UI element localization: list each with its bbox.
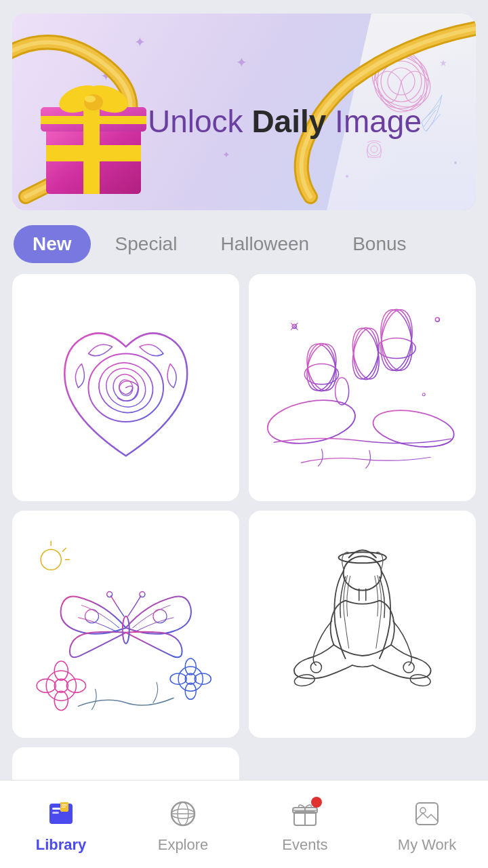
tab-special[interactable]: Special xyxy=(96,225,197,263)
nav-label-my-work: My Work xyxy=(398,836,456,854)
svg-rect-83 xyxy=(62,806,66,808)
svg-rect-82 xyxy=(62,804,67,806)
svg-marker-8 xyxy=(440,60,447,66)
svg-point-23 xyxy=(85,96,96,102)
nav-item-explore[interactable]: Explore xyxy=(122,795,244,854)
svg-point-10 xyxy=(454,161,457,164)
nav-label-library: Library xyxy=(36,836,87,854)
events-icon xyxy=(287,795,323,832)
card-girl-sitting[interactable] xyxy=(249,511,476,738)
tab-bonus[interactable]: Bonus xyxy=(333,225,425,263)
svg-point-76 xyxy=(310,662,321,673)
svg-rect-80 xyxy=(52,812,59,814)
svg-point-39 xyxy=(348,326,383,381)
explore-icon xyxy=(165,795,201,832)
svg-point-52 xyxy=(106,591,112,597)
library-icon xyxy=(43,795,79,832)
nav-label-explore: Explore xyxy=(158,836,209,854)
svg-point-60 xyxy=(41,549,61,570)
nav-item-library[interactable]: Library xyxy=(0,795,122,854)
svg-point-6 xyxy=(367,142,381,156)
svg-point-47 xyxy=(435,317,439,321)
svg-point-35 xyxy=(376,307,416,373)
my-work-icon xyxy=(409,795,445,832)
svg-point-64 xyxy=(178,667,203,691)
category-tabs: New Special Halloween Bonus xyxy=(0,210,488,274)
tab-new[interactable]: New xyxy=(14,225,91,263)
card-rose-heart[interactable] xyxy=(12,274,239,501)
svg-rect-92 xyxy=(416,803,438,825)
bottom-navigation: Library Explore xyxy=(0,780,488,868)
svg-point-54 xyxy=(46,671,76,701)
svg-point-44 xyxy=(370,405,456,452)
nav-item-my-work[interactable]: My Work xyxy=(366,795,488,854)
svg-point-70 xyxy=(343,556,381,590)
svg-point-11 xyxy=(346,175,348,178)
card-butterfly-flowers[interactable] xyxy=(12,511,239,738)
svg-point-7 xyxy=(371,146,378,153)
svg-point-71 xyxy=(338,552,386,563)
svg-line-62 xyxy=(62,548,66,551)
svg-point-38 xyxy=(353,328,378,379)
svg-point-55 xyxy=(54,679,68,692)
svg-rect-15 xyxy=(83,126,100,194)
coloring-grid xyxy=(0,274,488,868)
gift-box xyxy=(33,65,155,203)
svg-point-77 xyxy=(403,662,414,673)
events-badge xyxy=(311,797,322,808)
svg-point-33 xyxy=(376,307,416,373)
svg-rect-79 xyxy=(52,808,62,810)
svg-point-93 xyxy=(420,808,426,813)
svg-point-53 xyxy=(140,591,145,597)
tab-halloween[interactable]: Halloween xyxy=(201,225,328,263)
nav-label-events: Events xyxy=(282,836,327,854)
svg-point-51 xyxy=(122,616,129,643)
svg-point-48 xyxy=(422,393,425,396)
card-lotus[interactable] xyxy=(249,274,476,501)
svg-rect-19 xyxy=(83,107,100,132)
banner-title: Unlock Daily Image xyxy=(148,103,422,140)
svg-point-45 xyxy=(335,377,348,404)
daily-image-banner[interactable]: ✦ ✦ ✦ ✦ xyxy=(12,14,476,210)
nav-item-events[interactable]: Events xyxy=(244,795,366,854)
